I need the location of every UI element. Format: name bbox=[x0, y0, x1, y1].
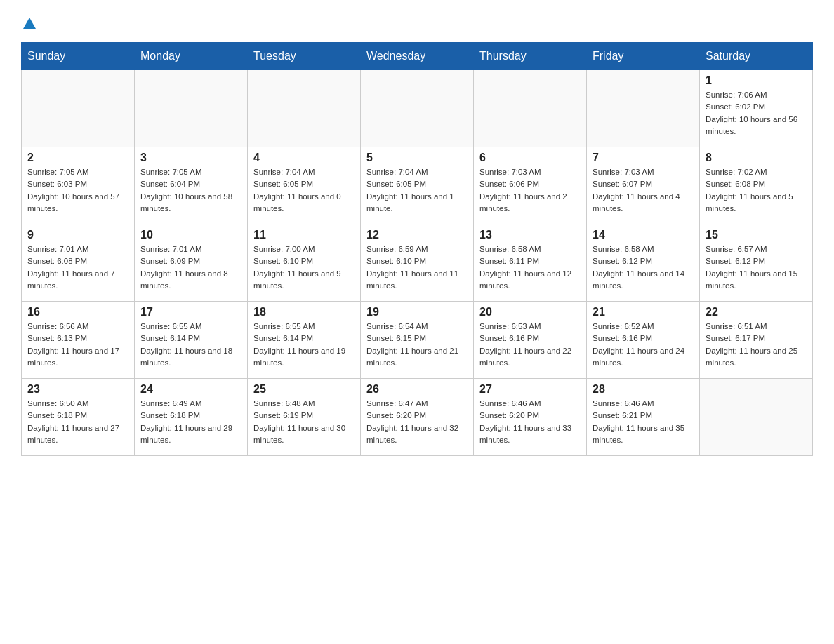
day-number: 8 bbox=[706, 152, 807, 164]
day-info: Sunrise: 7:04 AMSunset: 6:05 PMDaylight:… bbox=[253, 166, 355, 215]
day-info: Sunrise: 6:50 AMSunset: 6:18 PMDaylight:… bbox=[27, 398, 128, 446]
day-number: 5 bbox=[366, 152, 468, 164]
day-info: Sunrise: 6:46 AMSunset: 6:20 PMDaylight:… bbox=[479, 398, 581, 446]
day-info: Sunrise: 7:06 AMSunset: 6:02 PMDaylight:… bbox=[706, 89, 807, 137]
calendar-cell: 13Sunrise: 6:58 AMSunset: 6:11 PMDayligh… bbox=[474, 224, 587, 302]
calendar-cell: 15Sunrise: 6:57 AMSunset: 6:12 PMDayligh… bbox=[700, 224, 813, 302]
day-number: 17 bbox=[140, 306, 241, 318]
calendar-cell: 14Sunrise: 6:58 AMSunset: 6:12 PMDayligh… bbox=[587, 224, 700, 302]
day-number: 19 bbox=[366, 306, 468, 318]
calendar-week-row: 16Sunrise: 6:56 AMSunset: 6:13 PMDayligh… bbox=[22, 302, 813, 379]
day-number: 7 bbox=[593, 152, 694, 164]
calendar-header-row: SundayMondayTuesdayWednesdayThursdayFrid… bbox=[22, 43, 813, 70]
calendar-cell bbox=[474, 70, 587, 147]
calendar-cell: 20Sunrise: 6:53 AMSunset: 6:16 PMDayligh… bbox=[474, 302, 587, 379]
calendar-cell: 3Sunrise: 7:05 AMSunset: 6:04 PMDaylight… bbox=[135, 147, 248, 224]
day-info: Sunrise: 6:59 AMSunset: 6:10 PMDaylight:… bbox=[366, 243, 468, 292]
day-number: 21 bbox=[593, 306, 694, 318]
day-number: 2 bbox=[27, 152, 128, 164]
day-number: 6 bbox=[479, 152, 581, 164]
day-number: 14 bbox=[593, 229, 694, 241]
day-number: 20 bbox=[479, 306, 581, 318]
day-number: 25 bbox=[253, 383, 355, 396]
calendar-cell: 28Sunrise: 6:46 AMSunset: 6:21 PMDayligh… bbox=[587, 379, 700, 456]
calendar-cell: 23Sunrise: 6:50 AMSunset: 6:18 PMDayligh… bbox=[22, 379, 135, 456]
day-info: Sunrise: 6:55 AMSunset: 6:14 PMDaylight:… bbox=[140, 321, 241, 369]
calendar-cell: 12Sunrise: 6:59 AMSunset: 6:10 PMDayligh… bbox=[361, 224, 474, 302]
calendar-cell: 22Sunrise: 6:51 AMSunset: 6:17 PMDayligh… bbox=[700, 302, 813, 379]
calendar-cell bbox=[22, 70, 135, 147]
logo-triangle-icon bbox=[22, 15, 37, 31]
day-number: 27 bbox=[479, 383, 581, 396]
calendar-cell: 1Sunrise: 7:06 AMSunset: 6:02 PMDaylight… bbox=[700, 70, 813, 147]
day-info: Sunrise: 6:48 AMSunset: 6:19 PMDaylight:… bbox=[253, 398, 355, 446]
day-info: Sunrise: 7:05 AMSunset: 6:04 PMDaylight:… bbox=[140, 166, 241, 215]
calendar-cell: 21Sunrise: 6:52 AMSunset: 6:16 PMDayligh… bbox=[587, 302, 700, 379]
day-info: Sunrise: 6:47 AMSunset: 6:20 PMDaylight:… bbox=[366, 398, 468, 446]
calendar-cell bbox=[361, 70, 474, 147]
day-number: 22 bbox=[706, 306, 807, 318]
day-number: 9 bbox=[27, 229, 128, 241]
day-number: 18 bbox=[253, 306, 355, 318]
day-info: Sunrise: 7:02 AMSunset: 6:08 PMDaylight:… bbox=[706, 166, 807, 215]
day-number: 13 bbox=[479, 229, 581, 241]
calendar-week-row: 2Sunrise: 7:05 AMSunset: 6:03 PMDaylight… bbox=[22, 147, 813, 224]
day-of-week-header: Thursday bbox=[474, 43, 587, 70]
calendar-cell: 10Sunrise: 7:01 AMSunset: 6:09 PMDayligh… bbox=[135, 224, 248, 302]
day-number: 1 bbox=[706, 74, 807, 87]
day-number: 23 bbox=[27, 383, 128, 396]
day-number: 28 bbox=[593, 383, 694, 396]
day-number: 3 bbox=[140, 152, 241, 164]
page-header bbox=[21, 14, 813, 31]
day-info: Sunrise: 6:53 AMSunset: 6:16 PMDaylight:… bbox=[479, 321, 581, 369]
calendar-cell: 26Sunrise: 6:47 AMSunset: 6:20 PMDayligh… bbox=[361, 379, 474, 456]
calendar-week-row: 23Sunrise: 6:50 AMSunset: 6:18 PMDayligh… bbox=[22, 379, 813, 456]
day-number: 24 bbox=[140, 383, 241, 396]
day-number: 26 bbox=[366, 383, 468, 396]
calendar-cell: 7Sunrise: 7:03 AMSunset: 6:07 PMDaylight… bbox=[587, 147, 700, 224]
calendar-week-row: 1Sunrise: 7:06 AMSunset: 6:02 PMDaylight… bbox=[22, 70, 813, 147]
day-info: Sunrise: 7:01 AMSunset: 6:08 PMDaylight:… bbox=[27, 243, 128, 292]
calendar-cell: 19Sunrise: 6:54 AMSunset: 6:15 PMDayligh… bbox=[361, 302, 474, 379]
day-info: Sunrise: 6:58 AMSunset: 6:12 PMDaylight:… bbox=[593, 243, 694, 292]
day-number: 12 bbox=[366, 229, 468, 241]
calendar-cell: 9Sunrise: 7:01 AMSunset: 6:08 PMDaylight… bbox=[22, 224, 135, 302]
logo bbox=[21, 14, 37, 31]
calendar-cell: 6Sunrise: 7:03 AMSunset: 6:06 PMDaylight… bbox=[474, 147, 587, 224]
calendar-cell bbox=[135, 70, 248, 147]
calendar-cell bbox=[587, 70, 700, 147]
calendar-week-row: 9Sunrise: 7:01 AMSunset: 6:08 PMDaylight… bbox=[22, 224, 813, 302]
day-info: Sunrise: 6:51 AMSunset: 6:17 PMDaylight:… bbox=[706, 321, 807, 369]
day-info: Sunrise: 7:03 AMSunset: 6:06 PMDaylight:… bbox=[479, 166, 581, 215]
day-number: 11 bbox=[253, 229, 355, 241]
day-info: Sunrise: 6:55 AMSunset: 6:14 PMDaylight:… bbox=[253, 321, 355, 369]
calendar-cell: 8Sunrise: 7:02 AMSunset: 6:08 PMDaylight… bbox=[700, 147, 813, 224]
calendar-cell: 4Sunrise: 7:04 AMSunset: 6:05 PMDaylight… bbox=[248, 147, 361, 224]
calendar-cell bbox=[248, 70, 361, 147]
day-info: Sunrise: 7:03 AMSunset: 6:07 PMDaylight:… bbox=[593, 166, 694, 215]
day-of-week-header: Saturday bbox=[700, 43, 813, 70]
calendar-cell bbox=[700, 379, 813, 456]
day-info: Sunrise: 6:54 AMSunset: 6:15 PMDaylight:… bbox=[366, 321, 468, 369]
calendar-cell: 16Sunrise: 6:56 AMSunset: 6:13 PMDayligh… bbox=[22, 302, 135, 379]
day-number: 10 bbox=[140, 229, 241, 241]
day-number: 16 bbox=[27, 306, 128, 318]
day-info: Sunrise: 6:49 AMSunset: 6:18 PMDaylight:… bbox=[140, 398, 241, 446]
calendar-cell: 25Sunrise: 6:48 AMSunset: 6:19 PMDayligh… bbox=[248, 379, 361, 456]
day-of-week-header: Friday bbox=[587, 43, 700, 70]
day-info: Sunrise: 7:01 AMSunset: 6:09 PMDaylight:… bbox=[140, 243, 241, 292]
day-info: Sunrise: 6:58 AMSunset: 6:11 PMDaylight:… bbox=[479, 243, 581, 292]
day-number: 4 bbox=[253, 152, 355, 164]
calendar-cell: 17Sunrise: 6:55 AMSunset: 6:14 PMDayligh… bbox=[135, 302, 248, 379]
calendar-cell: 27Sunrise: 6:46 AMSunset: 6:20 PMDayligh… bbox=[474, 379, 587, 456]
calendar-cell: 24Sunrise: 6:49 AMSunset: 6:18 PMDayligh… bbox=[135, 379, 248, 456]
day-info: Sunrise: 7:04 AMSunset: 6:05 PMDaylight:… bbox=[366, 166, 468, 215]
calendar-cell: 11Sunrise: 7:00 AMSunset: 6:10 PMDayligh… bbox=[248, 224, 361, 302]
calendar-table: SundayMondayTuesdayWednesdayThursdayFrid… bbox=[21, 42, 813, 456]
day-info: Sunrise: 7:00 AMSunset: 6:10 PMDaylight:… bbox=[253, 243, 355, 292]
day-info: Sunrise: 6:56 AMSunset: 6:13 PMDaylight:… bbox=[27, 321, 128, 369]
day-info: Sunrise: 6:46 AMSunset: 6:21 PMDaylight:… bbox=[593, 398, 694, 446]
day-of-week-header: Monday bbox=[135, 43, 248, 70]
day-info: Sunrise: 6:57 AMSunset: 6:12 PMDaylight:… bbox=[706, 243, 807, 292]
day-of-week-header: Wednesday bbox=[361, 43, 474, 70]
